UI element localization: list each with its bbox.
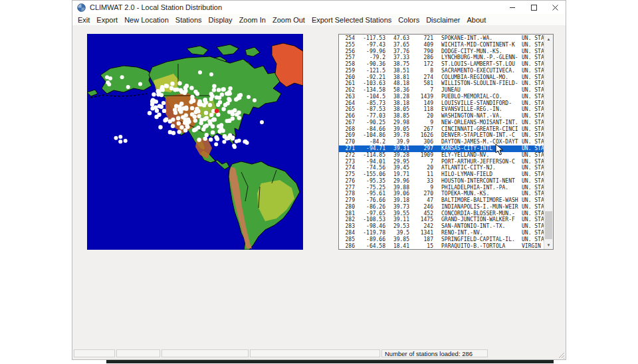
cell-elevation: 8	[409, 68, 433, 74]
cell-id: 268	[339, 126, 355, 133]
cell-name: LYNCHBURG-MUN.-P.-GLENN-	[433, 54, 522, 61]
station-row[interactable]: 268-84.6639.05267CINCINNATI-GREATER-CINC…	[339, 126, 544, 133]
station-row[interactable]: 272-114.8539.281909ELY-YELLAND-NV.UN. ST…	[339, 152, 544, 159]
cell-country: UN. STA	[522, 236, 544, 243]
cell-longitude: -103.63	[355, 80, 385, 87]
station-row[interactable]: 276-95.3529.9633HOUSTON-INTERCONTI-NENTU…	[339, 178, 544, 185]
station-row[interactable]: 283-98.4629.53242SAN-ANTONIO-INT.-TX.UN.…	[339, 223, 544, 230]
cell-id: 281	[339, 211, 355, 217]
cell-country: UN. STA	[522, 42, 544, 48]
cell-longitude: -86.26	[355, 204, 385, 211]
menu-item-about[interactable]: About	[464, 16, 490, 24]
cell-longitude: -84.66	[355, 126, 385, 133]
station-row[interactable]: 256-99.9637.76790DODGE-CITY-MUN.-KS.UN. …	[339, 48, 544, 55]
cell-longitude: -89.66	[355, 236, 385, 243]
station-row[interactable]: 285-89.6639.85187SPRINGFIELD-CAPITAL-IL.…	[339, 236, 544, 243]
station-row[interactable]: 259-121.538.518SACRAMENTO-EXECUTIVECA.UN…	[339, 68, 544, 74]
maximize-button[interactable]	[523, 1, 544, 14]
cell-elevation: 11	[409, 171, 433, 178]
cell-id: 284	[339, 230, 355, 236]
cell-longitude: -119.78	[355, 230, 385, 236]
station-row[interactable]: 270-84.239.9306DAYTON-JAMES-M.-COX-DAYTU…	[339, 139, 544, 145]
station-row[interactable]: 265-87.5338.05118EVANSVILLE-REG.-IN.UN. …	[339, 106, 544, 113]
app-window: CLIMWAT 2.0 - Local Station Distribution…	[72, 0, 566, 360]
window-controls	[502, 1, 566, 14]
cell-latitude: 58.36	[385, 87, 409, 94]
station-list[interactable]: 254-117.5347.63721SPOKANE-INT.-WA.UN. ST…	[338, 34, 554, 250]
station-row[interactable]: 266-77.0338.8520WASHINGTON-NAT.-VA.UN. S…	[339, 113, 544, 120]
station-row[interactable]: 267-90.2529.989NEW-ORLEANS-MOISANT-INT.U…	[339, 120, 544, 126]
station-row[interactable]: 281-97.6539.55452CONCORDIA-BLOSSER-MUN.-…	[339, 211, 544, 217]
scrollbar-thumb[interactable]	[545, 211, 552, 239]
station-row[interactable]: 277-75.2539.889PHILADELPHIA-INT.-PA.UN. …	[339, 185, 544, 191]
cell-country: UN. STA	[522, 145, 544, 152]
station-row[interactable]: 282-108.5339.111475GRAND-JUNCTION-WALKER…	[339, 217, 544, 223]
resize-grip[interactable]	[558, 352, 565, 359]
station-row[interactable]: 254-117.5347.63721SPOKANE-INT.-WA.UN. ST…	[339, 35, 544, 42]
cell-country: UN. STA	[522, 94, 544, 100]
cell-longitude: -99.96	[355, 48, 385, 55]
cell-name: WASHINGTON-NAT.-VA.	[433, 113, 522, 120]
screen: CLIMWAT 2.0 - Local Station Distribution…	[0, 0, 638, 364]
cell-latitude: 39.11	[385, 217, 409, 223]
cell-longitude: -95.35	[355, 178, 385, 185]
cell-name: ATLANTIC-CITY-NJ.	[433, 165, 522, 171]
station-row[interactable]: 273-94.0129.957PORT-ARTHUR-JEFFERSON-CUN…	[339, 159, 544, 165]
station-row[interactable]: 257-79.237.33286LYNCHBURG-MUN.-P.-GLENN-…	[339, 54, 544, 61]
menu-item-export[interactable]: Export	[93, 16, 121, 24]
scroll-down-icon[interactable]: ▼	[544, 240, 553, 249]
station-row-selected[interactable]: 271-94.7139.31297KANSAS-CITY-INTLUN. STA	[339, 145, 544, 152]
station-row[interactable]: 284-119.7839.51341RENO-INT.-NV.UN. STA	[339, 230, 544, 236]
list-scrollbar[interactable]: ▲ ▼	[544, 35, 553, 249]
station-row[interactable]: 279-76.6639.1847BALTIMORE-BALTIMORE-WASH…	[339, 197, 544, 204]
station-row[interactable]: 264-85.7338.18149LOUISVILLE-STANDIFORD-U…	[339, 100, 544, 107]
title-bar[interactable]: CLIMWAT 2.0 - Local Station Distribution	[72, 1, 566, 14]
station-row[interactable]: 258-90.3638.75172ST.LOUIS-LAMBERT-ST.LOU…	[339, 61, 544, 68]
close-button[interactable]	[544, 1, 566, 14]
maximize-icon	[531, 5, 537, 11]
menu-item-display[interactable]: Display	[205, 16, 236, 24]
status-bar: Number of stations loaded: 286	[72, 347, 566, 359]
cell-elevation: 7	[409, 87, 433, 94]
cell-name: CINCINNATI-GREATER-CINCI	[433, 126, 522, 133]
station-row[interactable]: 255-97.4337.65409WICHITA-MID-CONTINENT-K…	[339, 42, 544, 48]
station-row[interactable]: 278-95.6139.06270TOPEKA-MUN.-KS.UN. STA	[339, 191, 544, 197]
cell-name: ST.LOUIS-LAMBERT-ST.LOU	[433, 61, 522, 68]
menu-item-zoom-in[interactable]: Zoom In	[236, 16, 269, 24]
station-row[interactable]: 275-155.0619.7111HILO-LYMAN-FIELDUN. STA	[339, 171, 544, 178]
cell-longitude: -77.03	[355, 113, 385, 120]
station-row[interactable]: 262-134.5858.367JUNEAUUN. STA	[339, 87, 544, 94]
cell-country: UN. STA	[522, 54, 544, 61]
menu-item-export-selected-stations[interactable]: Export Selected Stations	[308, 16, 395, 24]
cell-country: UN. STA	[522, 191, 544, 197]
station-row[interactable]: 280-86.2639.73246INDIANAPOLIS-I.-MUN-WEI…	[339, 204, 544, 211]
cell-latitude: 39.06	[385, 191, 409, 197]
cell-latitude: 39.88	[385, 185, 409, 191]
menu-item-exit[interactable]: Exit	[74, 16, 93, 24]
cell-name: SAN-ANTONIO-INT.-TX.	[433, 223, 522, 230]
station-row[interactable]: 286-64.5818.4115PARAQUITO-B.-TORTOLAVIRG…	[339, 243, 544, 250]
station-distribution-map[interactable]	[87, 34, 303, 250]
station-row[interactable]: 269-104.8639.781626DENVER-STAPLETON-INT.…	[339, 132, 544, 139]
cell-id: 286	[339, 243, 355, 250]
cell-id: 265	[339, 106, 355, 113]
cell-country: UN. STA	[522, 139, 544, 145]
minimize-button[interactable]	[502, 1, 523, 14]
cell-country: UN. STA	[522, 126, 544, 133]
scroll-up-icon[interactable]: ▲	[544, 35, 553, 43]
menu-item-new-location[interactable]: New Location	[121, 16, 172, 24]
station-row[interactable]: 263-104.538.281439PUEBLO-MEMORIAL-CO.UN.…	[339, 94, 544, 100]
cell-country: UN. STA	[522, 211, 544, 217]
station-row[interactable]: 260-92.2138.81274COLUMBIA-REGIONAL-MO.UN…	[339, 74, 544, 81]
station-row[interactable]: 261-103.6348.18581WILLISTON-SLOULIN-FIEL…	[339, 80, 544, 87]
station-row[interactable]: 274-74.5639.4520ATLANTIC-CITY-NJ.UN. STA	[339, 165, 544, 171]
menu-item-stations[interactable]: Stations	[172, 16, 205, 24]
menu-item-disclaimer[interactable]: Disclaimer	[423, 16, 463, 24]
cell-elevation: 790	[409, 48, 433, 55]
cell-longitude: -134.58	[355, 87, 385, 94]
menu-item-zoom-out[interactable]: Zoom Out	[269, 16, 308, 24]
cell-elevation: 297	[409, 145, 433, 152]
menu-item-colors[interactable]: Colors	[395, 16, 423, 24]
cell-longitude: -87.53	[355, 106, 385, 113]
station-rows: 254-117.5347.63721SPOKANE-INT.-WA.UN. ST…	[339, 35, 544, 249]
